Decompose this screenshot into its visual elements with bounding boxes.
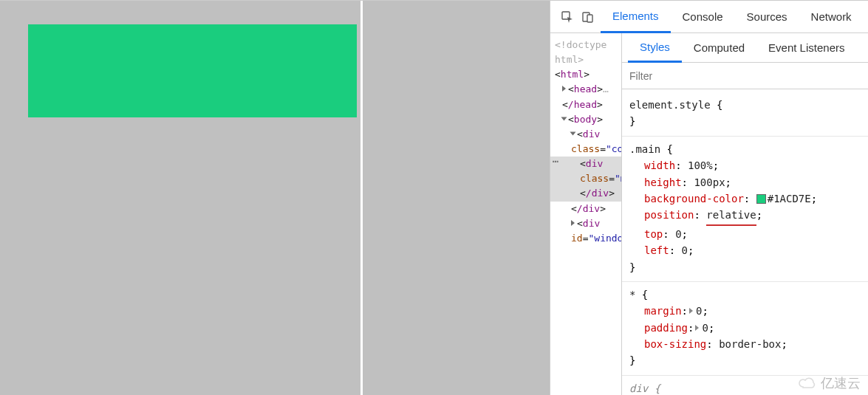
rule-star[interactable]: * { margin:0; padding:0; box-sizing: bor… — [622, 282, 868, 376]
highlighted-position-value: relative — [706, 207, 756, 225]
devtools-tabs: Elements Console Sources Network — [550, 1, 868, 33]
svg-rect-2 — [587, 15, 592, 22]
tab-sources[interactable]: Sources — [735, 1, 799, 33]
head-close: </head> — [555, 97, 621, 112]
body-node[interactable]: <body> — [555, 112, 621, 127]
rule-element-style[interactable]: element.style { } — [622, 92, 868, 137]
devtools-panel: Elements Console Sources Network <!docty… — [550, 1, 868, 395]
tab-network[interactable]: Network — [799, 1, 864, 33]
css-rules: element.style { } .main { width: 100%; h… — [622, 89, 868, 395]
content-div-close: </div> — [555, 202, 621, 216]
subtab-event-listeners[interactable]: Event Listeners — [756, 33, 856, 63]
dom-tree[interactable]: <!doctype html> <html> <head>… </head> <… — [550, 33, 622, 395]
doctype: <!doctype html> — [555, 38, 621, 67]
viewport-divider — [360, 1, 363, 395]
styles-sub-tabs: Styles Computed Event Listeners — [622, 33, 868, 63]
head-node[interactable]: <head>… — [555, 82, 621, 97]
rendered-main-div — [28, 24, 357, 117]
filter-row — [622, 63, 868, 89]
filter-input[interactable] — [629, 70, 861, 82]
devtools-window: Elements Console Sources Network <!docty… — [0, 0, 868, 395]
tab-console[interactable]: Console — [671, 1, 735, 33]
tab-elements[interactable]: Elements — [601, 1, 671, 33]
html-open: <html> — [555, 67, 621, 82]
selected-marker-icon: ⋯ — [550, 157, 561, 201]
content-div-node[interactable]: <div class="content"> — [555, 127, 621, 157]
expand-icon[interactable] — [689, 308, 693, 314]
color-swatch-icon[interactable] — [756, 194, 766, 204]
expand-icon[interactable] — [695, 325, 699, 331]
device-toggle-icon[interactable] — [580, 9, 596, 25]
resizer-div-node[interactable]: <div id="window_resizer_toolt — [555, 216, 621, 246]
selected-main-div-node[interactable]: ⋯ <div class="main"></div> — [555, 157, 621, 201]
page-viewport — [0, 1, 550, 395]
watermark: 亿速云 — [797, 374, 861, 392]
subtab-computed[interactable]: Computed — [682, 33, 756, 63]
inspect-icon[interactable] — [559, 9, 575, 25]
rule-main[interactable]: .main { width: 100%; height: 100px; back… — [622, 137, 868, 282]
subtab-styles[interactable]: Styles — [628, 33, 682, 63]
styles-panel: Styles Computed Event Listeners element.… — [622, 33, 868, 395]
